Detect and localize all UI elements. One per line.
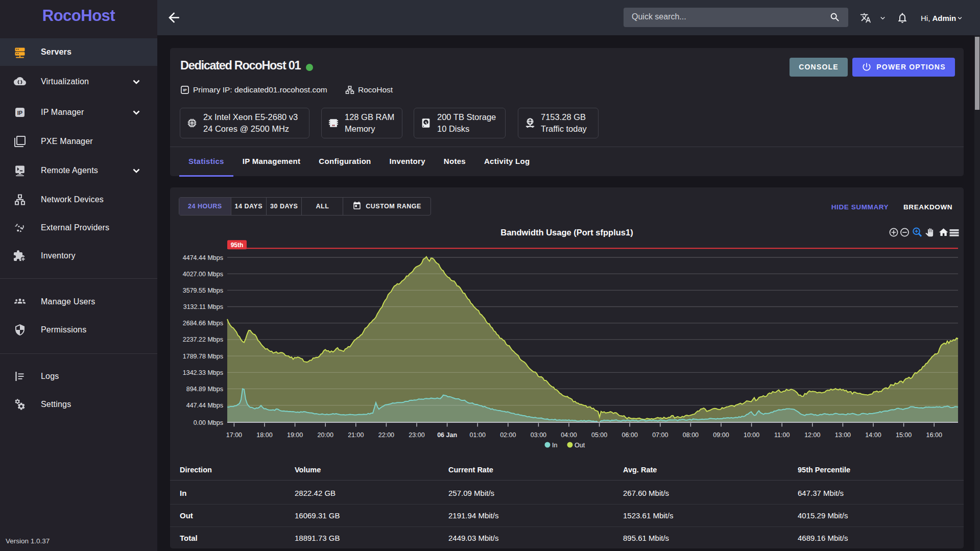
svg-text:95th: 95th [231, 242, 244, 249]
svg-text:11:00: 11:00 [774, 432, 790, 439]
svg-text:19:00: 19:00 [287, 432, 303, 439]
svg-text:10:00: 10:00 [744, 432, 759, 439]
svg-text:Bandwidth Usage (Port sfpplus1: Bandwidth Usage (Port sfpplus1) [500, 228, 633, 237]
svg-text:2684.66 Mbps: 2684.66 Mbps [183, 320, 223, 327]
svg-text:15:00: 15:00 [896, 432, 912, 439]
svg-text:13:00: 13:00 [835, 432, 851, 439]
svg-text:Out: Out [575, 442, 585, 449]
svg-text:4474.44 Mbps: 4474.44 Mbps [183, 254, 223, 261]
svg-text:05:00: 05:00 [591, 432, 607, 439]
svg-text:1342.33 Mbps: 1342.33 Mbps [183, 369, 223, 376]
svg-text:IP: IP [183, 88, 186, 92]
svg-text:3132.11 Mbps: 3132.11 Mbps [183, 303, 223, 310]
svg-text:12:00: 12:00 [804, 432, 820, 439]
svg-text:894.89 Mbps: 894.89 Mbps [186, 386, 223, 393]
svg-text:21:00: 21:00 [348, 432, 364, 439]
svg-text:04:00: 04:00 [561, 432, 577, 439]
svg-text:06 Jan: 06 Jan [437, 432, 457, 439]
svg-text:01:00: 01:00 [470, 432, 486, 439]
svg-text:1789.78 Mbps: 1789.78 Mbps [183, 353, 223, 360]
svg-text:16:00: 16:00 [926, 432, 942, 439]
svg-text:23:00: 23:00 [409, 432, 424, 439]
svg-text:06:00: 06:00 [622, 432, 638, 439]
svg-text:IP: IP [17, 110, 22, 116]
svg-text:09:00: 09:00 [713, 432, 729, 439]
svg-text:18:00: 18:00 [256, 432, 272, 439]
svg-text:3579.55 Mbps: 3579.55 Mbps [183, 287, 223, 294]
svg-text:In: In [552, 442, 557, 449]
svg-text:2237.22 Mbps: 2237.22 Mbps [183, 336, 223, 343]
svg-text:4027.00 Mbps: 4027.00 Mbps [183, 271, 223, 278]
svg-text:07:00: 07:00 [652, 432, 668, 439]
svg-text:447.44 Mbps: 447.44 Mbps [186, 402, 223, 409]
svg-text:20:00: 20:00 [318, 432, 333, 439]
svg-text:0.00 Mbps: 0.00 Mbps [194, 419, 223, 426]
svg-text:14:00: 14:00 [865, 432, 881, 439]
svg-text:02:00: 02:00 [500, 432, 516, 439]
svg-text:08:00: 08:00 [683, 432, 699, 439]
svg-text:17:00: 17:00 [226, 432, 242, 439]
svg-text:22:00: 22:00 [378, 432, 394, 439]
svg-text:03:00: 03:00 [531, 432, 546, 439]
